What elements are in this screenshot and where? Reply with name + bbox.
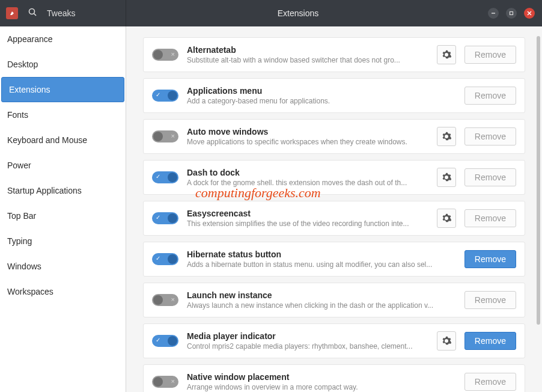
sidebar-item-keyboard-and-mouse[interactable]: Keyboard and Mouse	[0, 127, 126, 153]
remove-button[interactable]: Remove	[464, 332, 516, 350]
extension-row: ×Launch new instanceAlways launch a new …	[143, 283, 525, 317]
minimize-button[interactable]	[488, 8, 499, 19]
sidebar-item-fonts[interactable]: Fonts	[0, 102, 126, 127]
extension-description: Adds a hibernate button in status menu. …	[187, 260, 456, 269]
extension-toggle[interactable]: ×	[152, 376, 178, 388]
extension-toggle[interactable]: ×	[152, 294, 178, 306]
extension-title: Alternatetab	[187, 45, 428, 55]
svg-line-1	[34, 14, 37, 16]
extension-title: Media player indicator	[187, 331, 428, 341]
extension-row: ✓Dash to dockA dock for the gnome shell.…	[143, 160, 525, 195]
sidebar-item-top-bar[interactable]: Top Bar	[0, 203, 126, 228]
remove-button[interactable]: Remove	[464, 46, 516, 64]
sidebar-item-extensions[interactable]: Extensions	[1, 77, 124, 102]
sidebar-item-desktop[interactable]: Desktop	[0, 52, 126, 77]
extension-title: Native window placement	[187, 372, 456, 382]
sidebar-item-label: Top Bar	[7, 211, 36, 221]
remove-button[interactable]: Remove	[464, 127, 516, 145]
extension-toggle[interactable]: ✓	[152, 253, 178, 265]
extension-toggle[interactable]: ✓	[152, 212, 178, 224]
extension-description: Add a category-based menu for applicatio…	[187, 97, 456, 105]
extension-row: ×Auto move windowsMove applications to s…	[143, 119, 525, 154]
sidebar-item-typing[interactable]: Typing	[0, 228, 126, 254]
sidebar-item-label: Desktop	[7, 60, 38, 69]
extension-description: A dock for the gnome shell. this extensi…	[187, 179, 428, 187]
extension-title: Dash to dock	[187, 168, 428, 177]
gear-icon[interactable]	[437, 209, 456, 228]
sidebar-item-workspaces[interactable]: Workspaces	[0, 279, 126, 304]
extension-toggle[interactable]: ✓	[152, 171, 178, 183]
sidebar-item-label: Windows	[7, 262, 41, 271]
sidebar-item-appearance[interactable]: Appearance	[0, 26, 126, 52]
extension-row: ×Native window placementArrange windows …	[143, 364, 525, 392]
svg-rect-3	[510, 12, 513, 15]
gear-icon[interactable]	[437, 127, 456, 146]
remove-button[interactable]: Remove	[464, 373, 516, 391]
extension-description: Substitute alt-tab with a window based s…	[187, 56, 428, 64]
app-name: Tweaks	[47, 8, 75, 18]
extension-row: ×AlternatetabSubstitute alt-tab with a w…	[143, 37, 525, 72]
close-button[interactable]	[524, 8, 535, 19]
sidebar-item-label: Appearance	[7, 34, 53, 44]
search-icon[interactable]	[28, 7, 37, 19]
app-icon	[6, 7, 18, 19]
extension-row: ✓Hibernate status buttonAdds a hibernate…	[143, 242, 525, 277]
remove-button[interactable]: Remove	[464, 87, 516, 105]
sidebar-item-label: Extensions	[9, 85, 50, 94]
sidebar-item-label: Keyboard and Mouse	[7, 135, 87, 145]
scrollbar[interactable]	[537, 36, 540, 325]
sidebar-item-label: Fonts	[7, 110, 28, 120]
sidebar-item-label: Power	[7, 161, 31, 170]
sidebar-item-label: Startup Applications	[7, 186, 82, 195]
sidebar-item-windows[interactable]: Windows	[0, 254, 126, 279]
extension-description: This extension simplifies the use of the…	[187, 219, 428, 228]
extension-description: Move applications to specific workspaces…	[187, 138, 428, 146]
extension-toggle[interactable]: ✓	[152, 335, 178, 347]
gear-icon[interactable]	[437, 331, 456, 351]
extension-row: ✓Applications menuAdd a category-based m…	[143, 78, 525, 113]
remove-button[interactable]: Remove	[464, 250, 516, 268]
sidebar-item-label: Workspaces	[7, 287, 53, 296]
maximize-button[interactable]	[506, 8, 517, 19]
extension-toggle[interactable]: ✓	[152, 90, 178, 102]
extension-description: Always launch a new instance when clicki…	[187, 301, 456, 310]
extension-row: ✓EasyscreencastThis extension simplifies…	[143, 201, 525, 236]
window-title: Extensions	[126, 8, 470, 18]
extension-title: Auto move windows	[187, 127, 428, 136]
sidebar-item-startup-applications[interactable]: Startup Applications	[0, 178, 126, 203]
extension-title: Applications menu	[187, 86, 456, 96]
svg-point-0	[29, 9, 35, 14]
extension-title: Easyscreencast	[187, 209, 428, 218]
extension-toggle[interactable]: ×	[152, 130, 178, 142]
extension-title: Launch new instance	[187, 290, 456, 300]
gear-icon[interactable]	[437, 168, 456, 187]
sidebar-item-power[interactable]: Power	[0, 153, 126, 178]
sidebar-item-label: Typing	[7, 236, 32, 246]
extension-description: Control mpris2 capable media players: rh…	[187, 342, 428, 351]
extension-description: Arrange windows in overview in a more co…	[187, 383, 456, 391]
gear-icon[interactable]	[437, 45, 456, 64]
extension-title: Hibernate status button	[187, 250, 456, 259]
extension-toggle[interactable]: ×	[152, 49, 178, 61]
remove-button[interactable]: Remove	[464, 168, 516, 186]
remove-button[interactable]: Remove	[464, 291, 516, 309]
extension-row: ✓Media player indicatorControl mpris2 ca…	[143, 323, 525, 358]
remove-button[interactable]: Remove	[464, 209, 516, 227]
